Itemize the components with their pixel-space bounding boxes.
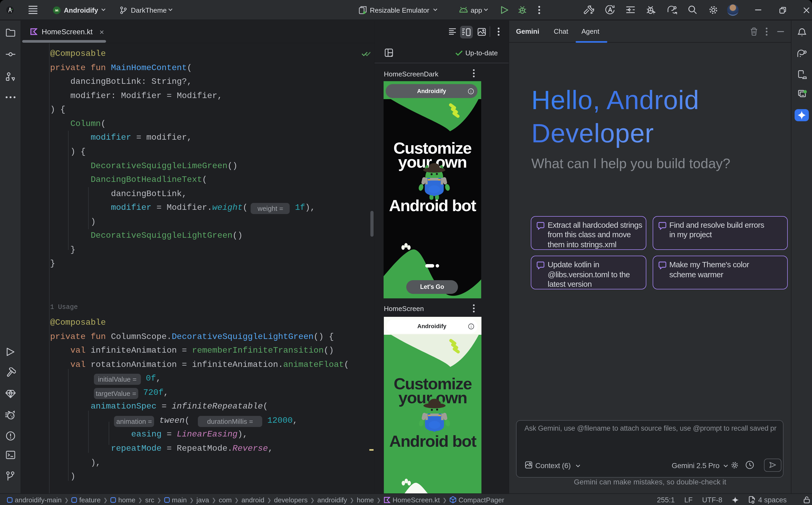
svg-text:i: i <box>470 324 471 328</box>
svg-text:Androidify: Androidify <box>417 323 446 329</box>
svg-text:Androidify: Androidify <box>417 88 446 94</box>
svg-text:Let's Go: Let's Go <box>420 283 444 290</box>
svg-text:i: i <box>470 90 471 93</box>
